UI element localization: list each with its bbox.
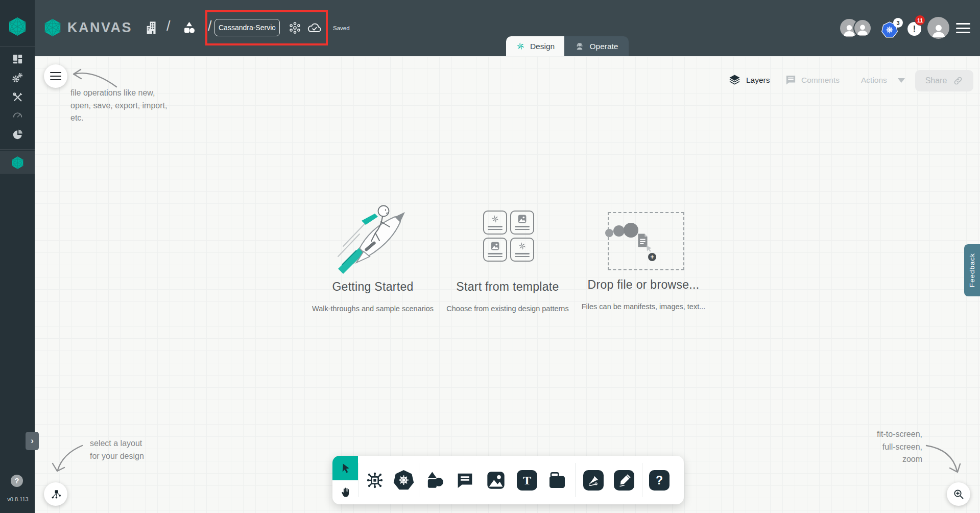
tool-pen[interactable] bbox=[582, 469, 605, 492]
tool-sketch[interactable] bbox=[613, 469, 635, 492]
sidebar-item-performance[interactable] bbox=[0, 105, 35, 124]
gauge-icon bbox=[12, 109, 23, 121]
plus-icon: + bbox=[648, 253, 656, 261]
pinwheel-icon bbox=[517, 241, 527, 251]
notifications-button[interactable]: ! 11 bbox=[907, 15, 928, 37]
profile-avatar[interactable] bbox=[927, 17, 949, 39]
header-menu-button[interactable] bbox=[956, 23, 970, 33]
design-name-input[interactable] bbox=[214, 19, 280, 36]
image-icon bbox=[517, 214, 527, 224]
tab-operate[interactable]: Operate bbox=[564, 36, 629, 56]
tool-component[interactable] bbox=[364, 469, 386, 492]
tool-comment[interactable] bbox=[453, 469, 476, 492]
chevron-down-icon bbox=[898, 78, 905, 83]
tab-design-label: Design bbox=[530, 42, 555, 51]
help-tool-glyph: ? bbox=[649, 470, 670, 491]
drop-caption: Files can be manifests, images, text... bbox=[557, 302, 730, 311]
drop-zone[interactable]: + bbox=[608, 212, 684, 270]
magnifier-plus-icon bbox=[952, 488, 965, 500]
tool-shapes[interactable] bbox=[423, 469, 446, 492]
tool-frame[interactable] bbox=[546, 469, 568, 492]
sidebar-item-kanvas[interactable] bbox=[0, 151, 35, 174]
annotation-arrow-layout bbox=[49, 440, 92, 481]
sidebar-item-dashboard[interactable] bbox=[0, 49, 35, 68]
sidebar-item-analytics[interactable] bbox=[0, 125, 35, 144]
kanvas-hexagon-icon bbox=[11, 156, 25, 170]
image-icon bbox=[490, 241, 500, 251]
meshery-hexagon-icon bbox=[7, 16, 28, 37]
organization-icon[interactable] bbox=[145, 20, 160, 35]
kanvas-logo-icon bbox=[43, 18, 62, 37]
kubernetes-helm-icon bbox=[393, 470, 415, 491]
start-from-template-card[interactable]: Start from template Choose from existing… bbox=[441, 197, 574, 317]
hamburger-bar bbox=[956, 28, 970, 29]
layers-button[interactable]: Layers bbox=[728, 73, 770, 87]
sidebar-item-toolkit[interactable] bbox=[0, 87, 35, 107]
dot bbox=[613, 225, 625, 237]
breadcrumb-separator: / bbox=[208, 18, 212, 34]
template-thumbnails bbox=[483, 211, 534, 262]
template-thumb bbox=[483, 211, 507, 235]
tool-help[interactable]: ? bbox=[648, 469, 671, 492]
pie-chart-icon bbox=[12, 129, 23, 141]
toolbar-divider bbox=[642, 463, 642, 497]
annotation-arrow-zoom bbox=[920, 438, 966, 480]
share-button[interactable]: Share bbox=[915, 70, 973, 91]
kubernetes-context-button[interactable]: 3 bbox=[881, 19, 903, 41]
link-icon bbox=[953, 76, 963, 86]
hand-icon bbox=[340, 486, 351, 498]
actions-dropdown[interactable]: Actions bbox=[861, 76, 905, 85]
rocket-illustration bbox=[332, 197, 416, 275]
drop-file-card[interactable]: + Drop file or browse... Files can be ma… bbox=[577, 197, 710, 317]
layers-icon bbox=[728, 73, 742, 87]
tool-select[interactable] bbox=[332, 456, 358, 480]
collaborator-avatar[interactable] bbox=[853, 19, 872, 37]
gears-icon bbox=[11, 72, 23, 84]
tab-design[interactable]: Design bbox=[506, 36, 564, 56]
kubernetes-count-badge: 3 bbox=[893, 18, 903, 28]
comments-button[interactable]: Comments bbox=[785, 74, 840, 86]
annotation-zoom: fit-to-screen, full-screen, zoom bbox=[838, 428, 922, 466]
cloud-saved-icon[interactable] bbox=[307, 20, 322, 35]
layout-select-button[interactable] bbox=[44, 482, 67, 506]
meshery-logo[interactable] bbox=[7, 16, 28, 37]
sidebar-divider bbox=[0, 46, 35, 46]
image-icon bbox=[486, 470, 506, 491]
hamburger-bar bbox=[956, 32, 970, 33]
canvas-file-menu-button[interactable] bbox=[44, 64, 67, 88]
pencil-icon bbox=[614, 470, 634, 491]
cursor-pointer-icon bbox=[644, 244, 654, 253]
dot bbox=[605, 229, 613, 237]
person-icon bbox=[855, 22, 870, 36]
sidebar-item-settings[interactable] bbox=[0, 68, 35, 88]
kanvas-logo[interactable]: KANVAS bbox=[43, 18, 132, 37]
workspace-shapes-icon[interactable] bbox=[182, 20, 197, 35]
sidebar-collapse-handle[interactable]: › bbox=[26, 432, 39, 450]
text-tool-glyph: T bbox=[517, 470, 537, 491]
person-icon bbox=[930, 21, 947, 39]
menu-icon bbox=[50, 72, 61, 81]
zoom-button[interactable] bbox=[947, 482, 970, 506]
annotation-file-ops: file operations like new, open, save, ex… bbox=[70, 87, 167, 125]
notification-count-badge: 11 bbox=[915, 15, 925, 26]
template-title: Start from template bbox=[441, 280, 574, 294]
getting-started-card[interactable]: Getting Started Walk-throughs and sample… bbox=[306, 197, 439, 317]
toolbar-divider bbox=[575, 463, 576, 497]
breadcrumb-separator: / bbox=[166, 18, 171, 34]
app-header: KANVAS / / Saved Design Operate 3 ! 11 bbox=[0, 0, 980, 56]
layers-label: Layers bbox=[746, 76, 770, 85]
help-button[interactable]: ? bbox=[11, 475, 23, 487]
design-pinwheel-icon bbox=[516, 41, 525, 51]
hamburger-bar bbox=[956, 23, 970, 25]
tool-text[interactable]: T bbox=[516, 469, 538, 492]
tool-image[interactable] bbox=[485, 469, 507, 492]
comment-icon bbox=[456, 471, 474, 490]
tool-pan[interactable] bbox=[332, 480, 358, 504]
canvas-dock-toolbar: T ? bbox=[332, 456, 684, 504]
chip-icon bbox=[365, 470, 385, 491]
layout-graph-icon bbox=[50, 488, 62, 500]
feedback-tab[interactable]: Feedback bbox=[964, 244, 980, 296]
template-thumb bbox=[510, 211, 534, 235]
mesh-nodes-icon[interactable] bbox=[288, 21, 302, 35]
tool-kubernetes[interactable] bbox=[392, 469, 415, 492]
